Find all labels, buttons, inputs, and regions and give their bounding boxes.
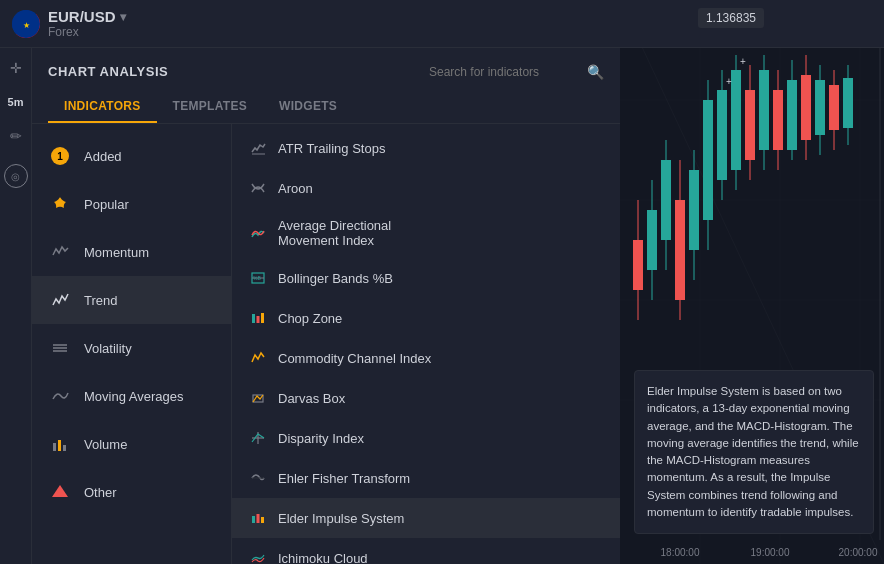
category-other[interactable]: Other	[32, 468, 231, 516]
svg-text:18:00:00: 18:00:00	[661, 547, 700, 558]
indicator-disparity[interactable]: Disparity Index	[232, 418, 620, 458]
tooltip-text: Elder Impulse System is based on two ind…	[647, 385, 859, 518]
bollinger-b-label: Bollinger Bands %B	[278, 271, 393, 286]
elder-impulse-label: Elder Impulse System	[278, 511, 404, 526]
bb-b-icon: %B	[248, 268, 268, 288]
svg-text:20:00:00: 20:00:00	[839, 547, 878, 558]
svg-rect-40	[829, 85, 839, 130]
ehler-fisher-label: Ehler Fisher Transform	[278, 471, 410, 486]
category-momentum-label: Momentum	[84, 245, 149, 260]
indicator-ichimoku[interactable]: Ichimoku Cloud	[232, 538, 620, 564]
category-moving-averages[interactable]: Moving Averages	[32, 372, 231, 420]
indicators-list: ATR Trailing Stops Aroon	[232, 124, 620, 564]
category-other-label: Other	[84, 485, 117, 500]
ichimoku-label: Ichimoku Cloud	[278, 551, 368, 565]
category-trend-label: Trend	[84, 293, 117, 308]
svg-rect-60	[257, 316, 260, 323]
elder-impulse-icon	[248, 508, 268, 528]
cci-icon	[248, 348, 268, 368]
cursor-tool[interactable]: ✛	[4, 56, 28, 80]
search-area[interactable]: 🔍	[429, 64, 604, 80]
category-added[interactable]: 1 Added	[32, 132, 231, 180]
disparity-label: Disparity Index	[278, 431, 364, 446]
indicator-bollinger-b[interactable]: %B Bollinger Bands %B	[232, 258, 620, 298]
currency-dropdown-arrow: ▾	[120, 10, 126, 24]
chop-zone-icon	[248, 308, 268, 328]
cci-label: Commodity Channel Index	[278, 351, 431, 366]
category-list: 1 Added Popular Momentum	[32, 124, 232, 564]
indicator-cci[interactable]: Commodity Channel Index	[232, 338, 620, 378]
added-icon: 1	[48, 144, 72, 168]
price-badge: 1.136835	[698, 8, 764, 28]
indicator-tool[interactable]: ◎	[4, 164, 28, 188]
svg-rect-22	[703, 100, 713, 220]
currency-flag: ★	[12, 10, 40, 38]
currency-pair-label[interactable]: EUR/USD ▾	[48, 8, 126, 25]
popular-icon	[48, 192, 72, 216]
moving-averages-icon	[48, 384, 72, 408]
indicator-elder-impulse[interactable]: Elder Impulse System	[232, 498, 620, 538]
svg-rect-67	[257, 514, 260, 523]
category-volume[interactable]: Volume	[32, 420, 231, 468]
category-moving-averages-label: Moving Averages	[84, 389, 184, 404]
indicator-ehler-fisher[interactable]: Ehler Fisher Transform	[232, 458, 620, 498]
ehler-fisher-icon	[248, 468, 268, 488]
category-popular-label: Popular	[84, 197, 129, 212]
category-trend[interactable]: Trend	[32, 276, 231, 324]
panel-tabs: INDICATORS TEMPLATES WIDGETS	[48, 91, 604, 123]
svg-rect-32	[773, 90, 783, 150]
svg-rect-38	[815, 80, 825, 135]
svg-rect-66	[252, 516, 255, 523]
svg-rect-34	[787, 80, 797, 150]
adx-label: Average DirectionalMovement Index	[278, 218, 391, 248]
draw-tool[interactable]: ✏	[4, 124, 28, 148]
svg-text:★: ★	[23, 21, 30, 30]
indicator-avg-directional[interactable]: Average DirectionalMovement Index	[232, 208, 620, 258]
chop-zone-label: Chop Zone	[278, 311, 342, 326]
tooltip-elder-impulse: Elder Impulse System is based on two ind…	[634, 370, 874, 534]
indicator-aroon[interactable]: Aroon	[232, 168, 620, 208]
svg-rect-36	[801, 75, 811, 140]
adx-icon	[248, 223, 268, 243]
indicator-atr-trailing[interactable]: ATR Trailing Stops	[232, 128, 620, 168]
svg-rect-59	[252, 314, 255, 323]
panel-body: 1 Added Popular Momentum	[32, 124, 620, 564]
indicator-darvas-box[interactable]: Darvas Box	[232, 378, 620, 418]
search-icon[interactable]: 🔍	[587, 64, 604, 80]
svg-rect-18	[675, 200, 685, 300]
panel-header: CHART ANALYSIS 🔍 INDICATORS TEMPLATES WI…	[32, 48, 620, 124]
ichimoku-icon	[248, 548, 268, 564]
svg-text:+: +	[740, 56, 746, 67]
svg-rect-14	[647, 210, 657, 270]
category-volume-label: Volume	[84, 437, 127, 452]
top-bar: ★ EUR/USD ▾ Forex 1.136835	[0, 0, 884, 48]
volatility-icon	[48, 336, 72, 360]
svg-rect-61	[261, 313, 264, 323]
svg-rect-12	[633, 240, 643, 290]
svg-rect-30	[759, 70, 769, 150]
disparity-icon	[248, 428, 268, 448]
search-input[interactable]	[429, 65, 579, 79]
chart-analysis-panel: CHART ANALYSIS 🔍 INDICATORS TEMPLATES WI…	[32, 48, 620, 564]
aroon-label: Aroon	[278, 181, 313, 196]
timeframe-selector[interactable]: 5m	[8, 96, 24, 108]
darvas-box-label: Darvas Box	[278, 391, 345, 406]
svg-rect-16	[661, 160, 671, 240]
svg-rect-52	[53, 443, 56, 451]
tab-widgets[interactable]: WIDGETS	[263, 91, 353, 123]
svg-rect-68	[261, 517, 264, 523]
category-added-label: Added	[84, 149, 122, 164]
svg-text:19:00:00: 19:00:00	[751, 547, 790, 558]
aroon-icon	[248, 178, 268, 198]
category-popular[interactable]: Popular	[32, 180, 231, 228]
svg-rect-20	[689, 170, 699, 250]
svg-marker-55	[52, 485, 68, 497]
category-volatility[interactable]: Volatility	[32, 324, 231, 372]
atr-trailing-label: ATR Trailing Stops	[278, 141, 385, 156]
indicator-chop-zone[interactable]: Chop Zone	[232, 298, 620, 338]
volume-icon	[48, 432, 72, 456]
svg-rect-54	[63, 445, 66, 451]
category-momentum[interactable]: Momentum	[32, 228, 231, 276]
tab-indicators[interactable]: INDICATORS	[48, 91, 157, 123]
tab-templates[interactable]: TEMPLATES	[157, 91, 263, 123]
